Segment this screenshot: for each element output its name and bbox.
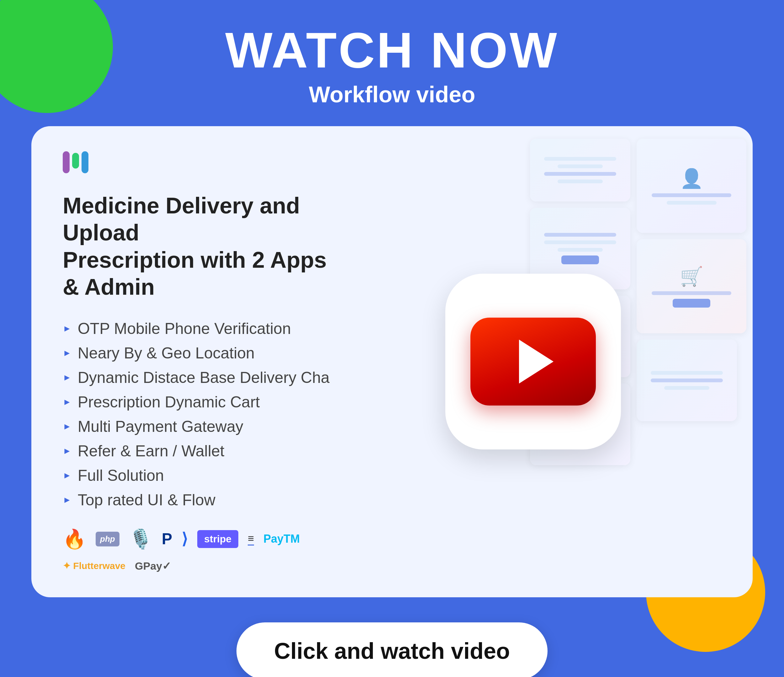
feature-text: Prescription Dynamic Cart (78, 393, 260, 411)
azul-icon: ⟩ (182, 530, 188, 548)
feature-item: Multi Payment Gateway (63, 417, 345, 436)
feature-text: Dynamic Distace Base Delivery Cha (78, 368, 330, 387)
feature-item: OTP Mobile Phone Verification (63, 320, 345, 338)
video-card: Medicine Delivery and UploadPrescription… (31, 126, 753, 597)
lines-icon: ≡ (248, 532, 254, 546)
screenshot-card (636, 340, 737, 421)
logo-bar-blue (81, 151, 89, 173)
feature-item: Refer & Earn / Wallet (63, 442, 345, 460)
feature-text: Multi Payment Gateway (78, 417, 243, 436)
paytm-label: PayTM (263, 532, 300, 546)
page-header: WATCH NOW Workflow video (0, 0, 784, 126)
php-icon: php (96, 532, 120, 546)
page-subtitle: Workflow video (0, 82, 784, 107)
cta-section: Click and watch video (0, 597, 784, 677)
tech-stack: 🔥 php 🎙️ P ⟩ stripe ≡ PayTM ✦ Flutterwav… (63, 528, 345, 572)
firebase-icon: 🔥 (63, 528, 86, 550)
feature-item: Top rated UI & Flow (63, 491, 345, 509)
feature-text: Neary By & Geo Location (78, 344, 255, 362)
watch-video-button[interactable]: Click and watch video (236, 622, 548, 677)
logo-bars (63, 151, 89, 173)
stripe-label: stripe (197, 530, 238, 548)
screenshot-card (530, 139, 630, 201)
features-list: OTP Mobile Phone Verification Neary By &… (63, 320, 345, 509)
podcast-icon: 🎙️ (129, 528, 152, 550)
main-title: Medicine Delivery and UploadPrescription… (63, 192, 345, 301)
feature-text: Full Solution (78, 466, 164, 485)
feature-text: OTP Mobile Phone Verification (78, 320, 291, 338)
app-logo (63, 151, 345, 173)
feature-item: Neary By & Geo Location (63, 344, 345, 362)
feature-item: Prescription Dynamic Cart (63, 393, 345, 411)
logo-bar-green (72, 153, 79, 168)
youtube-background (470, 318, 596, 406)
gpay-label: GPay✓ (135, 560, 171, 572)
screenshot-col-2: 👤 🛒 (636, 139, 747, 465)
feature-item: Full Solution (63, 466, 345, 485)
flutterwave-label: ✦ Flutterwave (63, 560, 126, 571)
feature-text: Top rated UI & Flow (78, 491, 215, 509)
video-card-inner: Medicine Delivery and UploadPrescription… (31, 126, 753, 597)
feature-text: Refer & Earn / Wallet (78, 442, 224, 460)
play-triangle-icon (519, 340, 554, 384)
screenshot-card: 👤 (636, 139, 747, 233)
screenshot-card: 🛒 (636, 239, 747, 333)
paypal-icon: P (162, 530, 172, 548)
feature-item: Dynamic Distace Base Delivery Cha (63, 368, 345, 387)
page-title: WATCH NOW (0, 25, 784, 75)
left-content: Medicine Delivery and UploadPrescription… (63, 151, 345, 572)
logo-bar-purple (63, 151, 70, 173)
play-button[interactable] (445, 274, 621, 449)
